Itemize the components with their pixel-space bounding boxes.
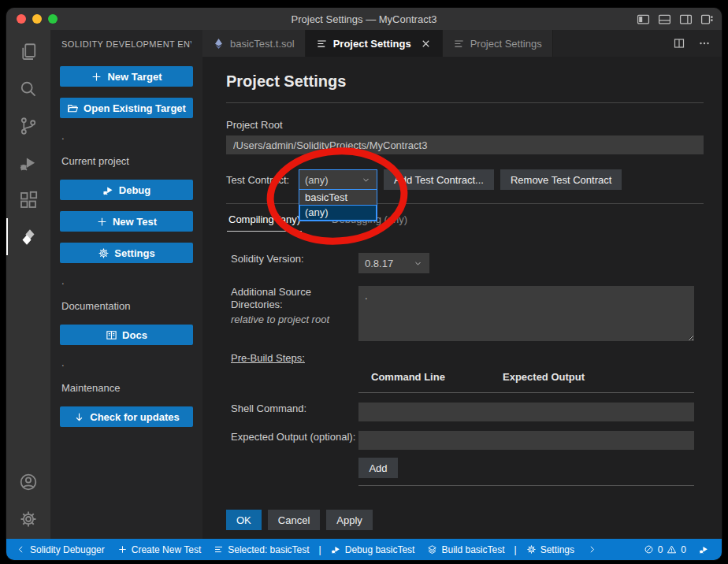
divider	[226, 203, 704, 204]
error-icon	[644, 544, 654, 555]
split-editor-icon[interactable]	[673, 37, 685, 50]
solidity-version-select[interactable]: 0.8.17	[358, 253, 429, 273]
docs-button[interactable]: Docs	[60, 325, 193, 345]
settings-subtabs: Compiling (any) Debugging (any)	[226, 213, 704, 232]
gear-icon	[526, 544, 537, 555]
page-title: Project Settings	[226, 72, 704, 91]
apply-button[interactable]: Apply	[326, 510, 373, 530]
new-test-button[interactable]: New Test	[60, 211, 193, 232]
source-control-icon[interactable]	[6, 107, 50, 144]
extensions-icon[interactable]	[6, 181, 50, 218]
statusbar-settings[interactable]: Settings	[520, 539, 581, 560]
solidity-extension-icon[interactable]	[6, 218, 50, 255]
add-test-contract-button[interactable]: Add Test Contract...	[384, 169, 494, 190]
dropdown-option-basictest[interactable]: basicTest	[299, 190, 377, 205]
project-root-input[interactable]	[226, 135, 704, 154]
current-project-label: Current project	[61, 155, 191, 167]
customize-layout-icon[interactable]	[700, 13, 714, 26]
book-icon	[106, 329, 117, 341]
statusbar-selected-test[interactable]: Selected: basicTest	[207, 539, 315, 560]
chevron-down-icon	[361, 175, 371, 185]
plus-icon	[96, 216, 108, 228]
warning-icon	[667, 544, 677, 555]
toggle-secondary-sidebar-icon[interactable]	[679, 13, 693, 26]
sidebar-title: SOLIDITY DEVELOPMENT ENVI...	[61, 39, 191, 49]
test-contract-label: Test Contract:	[226, 174, 292, 186]
arrow-down-icon	[73, 411, 85, 423]
divider	[226, 102, 704, 103]
search-icon[interactable]	[6, 70, 50, 107]
settings-button[interactable]: Settings	[60, 243, 193, 263]
cancel-button[interactable]: Cancel	[268, 510, 320, 530]
expected-output-input[interactable]	[358, 431, 694, 450]
debug-icon	[331, 544, 341, 555]
list-settings-icon	[453, 38, 465, 50]
chevron-right-icon	[587, 544, 597, 555]
statusbar-problems[interactable]: 0 0	[637, 539, 693, 560]
debug-icon	[102, 184, 114, 196]
placeholder-dot: .	[61, 358, 191, 368]
shell-command-label: Shell Command:	[226, 403, 358, 415]
debug-button[interactable]: Debug	[60, 180, 193, 200]
gear-icon	[98, 247, 110, 259]
test-contract-dropdown: basicTest (any)	[299, 189, 377, 221]
tab-project-settings-active[interactable]: Project Settings	[306, 30, 443, 57]
placeholder-dot: .	[61, 131, 191, 141]
shell-command-input[interactable]	[358, 403, 694, 421]
statusbar-separator: |	[511, 544, 520, 555]
accounts-icon[interactable]	[6, 463, 50, 500]
activity-bar	[6, 30, 50, 539]
list-settings-icon	[316, 38, 328, 50]
chevron-down-icon	[413, 258, 423, 269]
close-window-button[interactable]	[17, 14, 26, 24]
documentation-label: Documentation	[61, 300, 191, 312]
dropdown-option-any[interactable]: (any)	[299, 205, 377, 221]
layers-icon	[427, 544, 437, 555]
project-settings-page: Project Settings Project Root Test Contr…	[202, 57, 722, 539]
editor-group: basicTest.t.sol Project Settings Project…	[202, 30, 722, 539]
debug-icon	[699, 544, 709, 555]
statusbar-solidity-debugger[interactable]: Solidity Debugger	[9, 539, 111, 560]
additional-source-textarea[interactable]: .	[358, 286, 694, 341]
check-for-updates-button[interactable]: Check for updates	[60, 406, 193, 427]
statusbar-debug-icon[interactable]	[693, 539, 715, 560]
new-target-button[interactable]: New Target	[60, 66, 193, 87]
statusbar-debug-basictest[interactable]: Debug basicTest	[325, 539, 422, 560]
placeholder-dot: .	[61, 276, 191, 286]
more-actions-icon[interactable]	[698, 37, 711, 50]
vscode-window: Project Settings — MyContract3 SOLIDITY …	[6, 8, 722, 560]
remove-test-contract-button[interactable]: Remove Test Contract	[500, 169, 622, 190]
title-bar: Project Settings — MyContract3	[6, 8, 722, 30]
toggle-primary-sidebar-icon[interactable]	[637, 13, 650, 26]
plus-icon	[117, 544, 128, 555]
traffic-lights	[17, 8, 58, 30]
manage-gear-icon[interactable]	[6, 500, 50, 537]
zoom-window-button[interactable]	[48, 14, 58, 24]
statusbar-build-basictest[interactable]: Build basicTest	[421, 539, 511, 560]
divider	[358, 485, 694, 486]
open-existing-target-button[interactable]: Open Existing Target	[60, 98, 193, 118]
minimize-window-button[interactable]	[32, 14, 42, 24]
prebuild-table-header: Command Line Expected Output	[358, 371, 704, 383]
tab-bar: basicTest.t.sol Project Settings Project…	[202, 30, 722, 57]
close-icon[interactable]	[420, 38, 432, 50]
expected-output-label: Expected Output (optional):	[226, 431, 358, 443]
tab-basictest-t-sol[interactable]: basicTest.t.sol	[202, 30, 306, 57]
ethereum-icon	[213, 38, 225, 50]
test-contract-select[interactable]: (any)	[299, 169, 377, 190]
maintenance-label: Maintenance	[61, 382, 191, 394]
statusbar-overflow-chevron[interactable]	[581, 539, 604, 560]
test-contract-row: Test Contract: (any) Add Test Contract..…	[226, 169, 704, 190]
run-debug-icon[interactable]	[6, 144, 50, 181]
statusbar-separator: |	[316, 544, 325, 555]
toggle-panel-icon[interactable]	[658, 13, 671, 26]
explorer-icon[interactable]	[6, 33, 50, 70]
plus-icon	[91, 71, 102, 83]
chevron-left-icon	[16, 544, 26, 555]
add-prebuild-step-button[interactable]: Add	[358, 458, 398, 478]
relative-to-project-root-note: relative to project root	[231, 314, 358, 326]
ok-button[interactable]: OK	[226, 510, 262, 530]
tab-compiling[interactable]: Compiling (any)	[227, 213, 302, 232]
tab-project-settings-other[interactable]: Project Settings	[443, 30, 553, 57]
statusbar-create-new-test[interactable]: Create New Test	[111, 539, 207, 560]
